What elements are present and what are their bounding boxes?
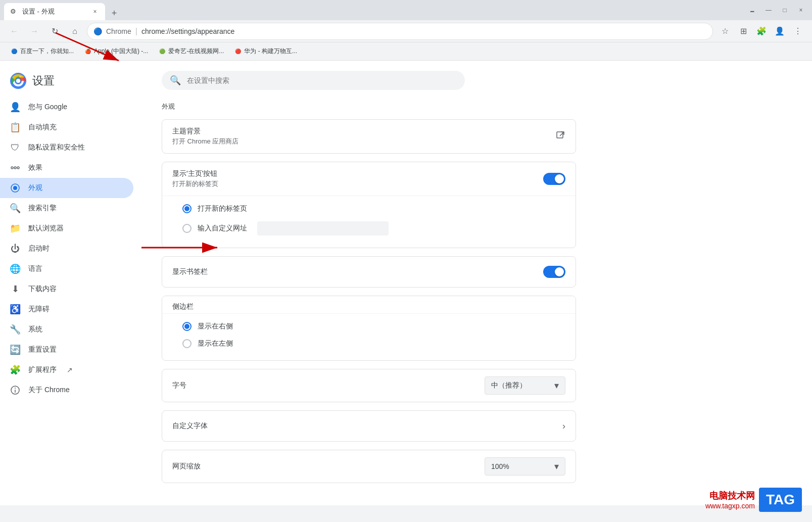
theme-action[interactable] xyxy=(555,130,565,143)
iqiyi-favicon: 🟢 xyxy=(158,48,166,56)
sidebar-item-reset[interactable]: 🔄 重置设置 xyxy=(0,340,133,360)
sidebar-label-about: 关于 Chrome xyxy=(28,386,70,395)
sidebar-label-system: 系统 xyxy=(28,325,42,334)
shield-icon: 🛡 xyxy=(10,143,20,153)
bookmark-huawei-label: 华为 - 构建万物互... xyxy=(244,47,297,56)
minimize-button[interactable]: — xyxy=(761,3,776,17)
font-size-dropdown-action[interactable]: 中（推荐） ▾ xyxy=(485,376,565,395)
custom-font-title: 自定义字体 xyxy=(172,421,554,431)
radio-custom-url-label: 输入自定义网址 xyxy=(198,224,247,233)
bookmark-list-icon[interactable]: ⊞ xyxy=(735,23,751,39)
radio-custom-url[interactable]: 输入自定义网址 xyxy=(182,217,565,240)
extensions-icon: 🧩 xyxy=(10,365,20,375)
sidebar-item-extensions[interactable]: 🧩 扩展程序 ↗ xyxy=(0,360,133,380)
theme-card: 主题背景 打开 Chrome 应用商店 xyxy=(162,119,576,154)
sidebar-label-startup: 启动时 xyxy=(28,244,50,253)
sidebar-label-search: 搜索引擎 xyxy=(28,204,57,213)
svg-point-7 xyxy=(17,167,19,169)
home-button-toggle-action[interactable] xyxy=(543,173,565,185)
watermark: 电脑技术网 www.tagxp.com TAG xyxy=(705,488,802,512)
bookmark-huawei[interactable]: 🔴 华为 - 构建万物互... xyxy=(230,45,301,58)
extension-icon[interactable]: 🧩 xyxy=(753,23,770,39)
zoom-dropdown[interactable]: 100% ▾ xyxy=(485,457,565,476)
sidebar-item-search[interactable]: 🔍 搜索引擎 xyxy=(0,198,133,218)
radio-show-right-circle[interactable] xyxy=(182,322,192,331)
radio-new-tab-circle[interactable] xyxy=(182,204,192,213)
home-button-toggle[interactable] xyxy=(543,173,565,185)
bookmark-apple[interactable]: 🍎 Apple (中国大陆) -... xyxy=(80,45,152,58)
font-size-dropdown[interactable]: 中（推荐） ▾ xyxy=(485,376,565,395)
sidebar-item-system[interactable]: 🔧 系统 xyxy=(0,319,133,340)
sidebar-item-default-browser[interactable]: 📁 默认浏览器 xyxy=(0,218,133,239)
bookmarks-bar-title: 显示书签栏 xyxy=(172,267,535,276)
chevron-up-icon[interactable]: 🗕 xyxy=(745,3,759,17)
search-input[interactable] xyxy=(187,76,457,84)
close-button[interactable]: × xyxy=(794,3,808,17)
custom-url-input[interactable] xyxy=(257,221,389,235)
power-icon: ⏻ xyxy=(10,244,20,254)
sidebar-label-autofill: 自动填充 xyxy=(28,123,57,132)
font-size-card: 字号 中（推荐） ▾ xyxy=(162,369,576,402)
sidebar-item-accessibility[interactable]: ♿ 无障碍 xyxy=(0,299,133,319)
radio-show-right[interactable]: 显示在右侧 xyxy=(182,318,565,335)
address-brand: Chrome xyxy=(106,27,131,35)
baidu-favicon: 🔵 xyxy=(10,48,18,56)
sidebar-item-privacy[interactable]: 🛡 隐私设置和安全性 xyxy=(0,137,133,158)
bookmarks-bar-toggle[interactable] xyxy=(543,266,565,278)
sidebar-item-appearance[interactable]: 外观 xyxy=(0,178,133,198)
bookmarks-bar-toggle-action[interactable] xyxy=(543,266,565,278)
bookmark-baidu[interactable]: 🔵 百度一下，你就知... xyxy=(6,45,78,58)
sidebar-item-startup[interactable]: ⏻ 启动时 xyxy=(0,239,133,259)
tab-title: 设置 - 外观 xyxy=(22,7,87,16)
radio-new-tab[interactable]: 打开新的标签页 xyxy=(182,200,565,217)
forward-button[interactable]: → xyxy=(26,23,42,39)
external-link-icon[interactable] xyxy=(555,132,565,143)
zoom-title: 网页缩放 xyxy=(172,462,476,471)
sidebar-item-language[interactable]: 🌐 语言 xyxy=(0,259,133,279)
custom-font-chevron[interactable]: › xyxy=(562,421,565,432)
sidebar-item-google[interactable]: 👤 您与 Google xyxy=(0,97,133,117)
menu-icon[interactable]: ⋮ xyxy=(790,23,806,39)
bookmark-iqiyi[interactable]: 🟢 爱奇艺-在线视频网... xyxy=(154,45,228,58)
radio-show-right-label: 显示在右侧 xyxy=(198,322,233,331)
zoom-value: 100% xyxy=(491,462,509,470)
profile-icon[interactable]: 👤 xyxy=(772,23,788,39)
sidebar-position-card: 侧边栏 显示在右侧 显示在左侧 xyxy=(162,296,576,361)
sidebar-item-downloads[interactable]: ⬇ 下载内容 xyxy=(0,279,133,299)
reload-button[interactable]: ↻ xyxy=(46,23,63,39)
watermark-site: 电脑技术网 xyxy=(705,490,755,502)
zoom-dropdown-action[interactable]: 100% ▾ xyxy=(485,457,565,476)
search-bar[interactable]: 🔍 xyxy=(162,71,465,90)
bookmark-icon[interactable]: ☆ xyxy=(717,23,733,39)
sidebar-label-extensions: 扩展程序 xyxy=(28,365,57,374)
svg-point-5 xyxy=(11,167,13,169)
radio-show-left-label: 显示在左侧 xyxy=(198,339,233,348)
custom-font-row: 自定义字体 › xyxy=(162,411,576,441)
sidebar-item-effects[interactable]: 效果 xyxy=(0,158,133,178)
active-tab[interactable]: ⚙ 设置 - 外观 × xyxy=(4,3,105,20)
sidebar-label-effects: 效果 xyxy=(28,163,42,172)
sidebar-title: 设置 xyxy=(32,73,55,88)
radio-custom-url-circle[interactable] xyxy=(182,224,192,233)
back-button[interactable]: ← xyxy=(6,23,22,39)
sidebar-item-autofill[interactable]: 📋 自动填充 xyxy=(0,117,133,137)
theme-title: 主题背景 xyxy=(172,127,547,136)
sidebar-radio-group: 显示在右侧 显示在左侧 xyxy=(162,314,576,360)
maximize-button[interactable]: □ xyxy=(778,3,792,17)
radio-show-left-circle[interactable] xyxy=(182,339,192,348)
address-path: chrome://settings/appearance xyxy=(141,27,234,35)
theme-subtitle: 打开 Chrome 应用商店 xyxy=(172,137,547,146)
sidebar-item-about[interactable]: 关于 Chrome xyxy=(0,380,133,400)
radio-show-left[interactable]: 显示在左侧 xyxy=(182,335,565,352)
sidebar-label-accessibility: 无障碍 xyxy=(28,305,50,314)
font-size-content: 字号 xyxy=(172,381,476,390)
svg-rect-13 xyxy=(557,132,563,138)
download-icon: ⬇ xyxy=(10,284,20,294)
new-tab-button[interactable]: + xyxy=(107,6,121,20)
theme-row: 主题背景 打开 Chrome 应用商店 xyxy=(162,120,576,153)
system-icon: 🔧 xyxy=(10,324,20,335)
address-bar[interactable]: 🔵 Chrome | chrome://settings/appearance xyxy=(87,23,713,40)
bookmark-iqiyi-label: 爱奇艺-在线视频网... xyxy=(168,47,224,56)
tab-close-button[interactable]: × xyxy=(91,8,99,16)
home-button[interactable]: ⌂ xyxy=(67,23,83,39)
